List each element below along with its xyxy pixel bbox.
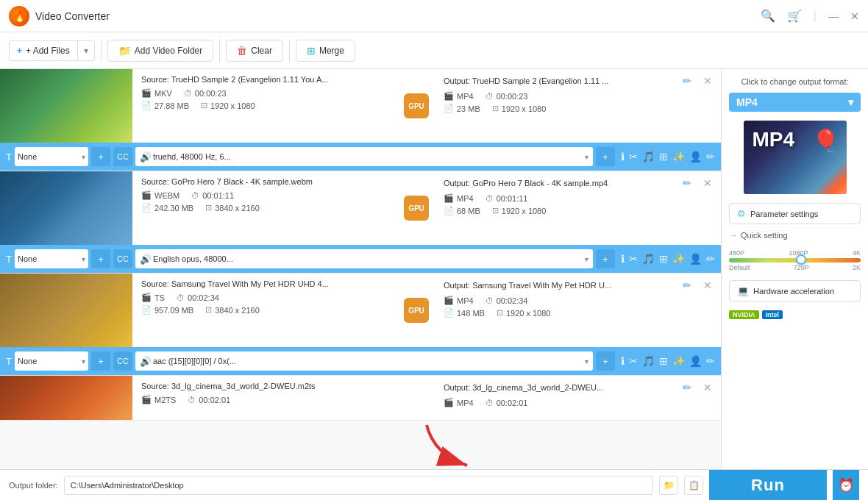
source-format: 🎬 M2TS [141,395,176,404]
close-file-button[interactable]: ✕ [700,176,715,190]
audio-icon: 🔊 [140,151,152,162]
subtitle2-icon[interactable]: ✏ [706,355,715,367]
crop-icon[interactable]: ⊞ [659,355,668,367]
subtitle-select[interactable]: None ▾ [15,249,88,268]
clear-button[interactable]: 🗑 Clear [226,40,283,62]
file-icon: 📄 [141,101,152,110]
info-icon[interactable]: ℹ [621,253,625,265]
merge-button[interactable]: ⊞ Merge [296,40,355,62]
cut-icon[interactable]: ✂ [629,151,638,162]
add-audio-button[interactable]: + [596,147,615,166]
hardware-acceleration-button[interactable]: 💻 Hardware acceleration [729,280,861,301]
close-file-button[interactable]: ✕ [700,278,715,293]
add-audio-button[interactable]: + [596,351,615,371]
add-subtitle-button[interactable]: + [91,351,110,371]
toolbar-separator-3 [289,40,290,62]
subtitle-select-arrow: ▾ [82,255,85,263]
audio-arrow: ▾ [585,153,588,161]
quick-setting-text: Quick setting [741,231,788,240]
quality-slider[interactable]: 480P 1080P 4K Default 720P 2K [729,246,861,274]
source-format-value: M2TS [154,396,176,404]
info-icon[interactable]: ℹ [621,151,625,162]
format-select-button[interactable]: MP4 ▾ [729,93,861,112]
effects-icon[interactable]: ✨ [672,151,685,162]
minimize-button[interactable]: — [828,10,839,22]
cut-icon[interactable]: ✂ [629,253,638,265]
close-button[interactable]: ✕ [850,10,859,22]
add-video-folder-button[interactable]: 📁 Add Video Folder [107,40,214,62]
audio-select[interactable]: 🔊 truehd, 48000 Hz, 6... ▾ [135,147,593,166]
add-audio-button[interactable]: + [596,249,615,268]
clock-icon: ⏱ [184,89,192,98]
edit-output-button[interactable]: ✏ [683,279,691,291]
schedule-button[interactable]: ⏰ [833,470,859,501]
balloon-icon: 🎈 [812,128,839,154]
edit-output-button[interactable]: ✏ [683,382,691,393]
output-format-value: MP4 [457,194,474,203]
subtitle-select[interactable]: None ▾ [15,351,88,371]
gpu-badge: GPU [404,93,429,118]
crop-icon[interactable]: ⊞ [659,151,668,162]
file-list: Source: TrueHD Sample 2 (Evangelion 1.11… [0,69,721,469]
info-icon[interactable]: ℹ [621,355,625,367]
file-row: Source: TrueHD Sample 2 (Evangelion 1.11… [0,69,721,143]
parameter-settings-button[interactable]: ⚙ Parameter settings [729,203,861,224]
add-files-dropdown-button[interactable]: ▾ [77,40,95,61]
merge-icon: ⊞ [307,45,316,57]
subtitle2-icon[interactable]: ✏ [706,253,715,265]
clock-icon: ⏱ [177,293,185,302]
file-item: Source: 3d_lg_cinema_3d_world_2-DWEU.m2t… [0,376,721,421]
browse-folder-button[interactable]: 📁 [659,476,678,495]
subtitle-select[interactable]: None ▾ [15,147,88,166]
edit-subtitle-button[interactable]: CC [113,249,132,268]
search-icon[interactable]: 🔍 [761,9,775,23]
edit-output-button[interactable]: ✏ [683,75,691,87]
audio-select[interactable]: 🔊 aac ([15][0][0][0] / 0x(... ▾ [135,351,593,371]
watermark-icon[interactable]: 👤 [689,151,702,162]
audio-arrow: ▾ [585,255,588,263]
source-format: 🎬 MKV [141,88,172,98]
add-subtitle-button[interactable]: + [91,249,110,268]
slider-track[interactable] [729,258,861,262]
edit-output-button[interactable]: ✏ [683,177,691,189]
audio2-icon[interactable]: 🎵 [642,253,655,265]
edit-subtitle-button[interactable]: CC [113,351,132,371]
slider-thumb[interactable] [796,254,806,265]
add-subtitle-button[interactable]: + [91,147,110,166]
run-button[interactable]: Run [709,470,827,501]
source-filename: Source: Samsung Travel With My Pet HDR U… [141,279,329,288]
effects-icon[interactable]: ✨ [672,355,685,367]
watermark-icon[interactable]: 👤 [689,253,702,265]
edit-subtitle-button[interactable]: CC [113,147,132,166]
out-res-icon: ⊡ [492,206,499,215]
file-row: Source: GoPro Hero 7 Black - 4K sample.w… [0,171,721,245]
close-file-button[interactable]: ✕ [700,74,715,88]
open-folder-button[interactable]: 📋 [684,476,703,495]
output-path-input[interactable] [64,476,653,495]
label-2k: 2K [853,264,861,271]
audio2-icon[interactable]: 🎵 [642,151,655,162]
audio-select-value: truehd, 48000 Hz, 6... [153,152,583,161]
audio-select[interactable]: 🔊 English opus, 48000... ▾ [135,249,593,268]
output-meta: 🎬 MP4 ⏱ 00:01:11 [444,193,691,203]
output-size-value: 23 MB [457,104,480,113]
watermark-icon[interactable]: 👤 [689,355,702,367]
format-dropdown-arrow: ▾ [848,96,853,108]
output-info: Output: GoPro Hero 7 Black - 4K sample.m… [435,171,700,245]
source-meta2: 📄 27.88 MB ⊡ 1920 x 1080 [141,101,389,110]
crop-icon[interactable]: ⊞ [659,253,668,265]
cut-icon[interactable]: ✂ [629,355,638,367]
source-size: 📄 242.30 MB [141,203,193,213]
main-layout: Source: TrueHD Sample 2 (Evangelion 1.11… [0,69,868,469]
subtitle2-icon[interactable]: ✏ [706,151,715,162]
gpu-icon: GPU [404,298,429,323]
audio2-icon[interactable]: 🎵 [642,355,655,367]
effects-icon[interactable]: ✨ [672,253,685,265]
cart-icon[interactable]: 🛒 [787,9,802,23]
add-files-button[interactable]: + + Add Files [9,40,77,61]
out-clock-icon: ⏱ [485,399,494,407]
close-file-button[interactable]: ✕ [700,380,715,395]
file-item: Source: GoPro Hero 7 Black - 4K sample.w… [0,171,721,274]
source-format: 🎬 TS [141,293,165,302]
output-duration-value: 00:00:23 [497,92,528,101]
